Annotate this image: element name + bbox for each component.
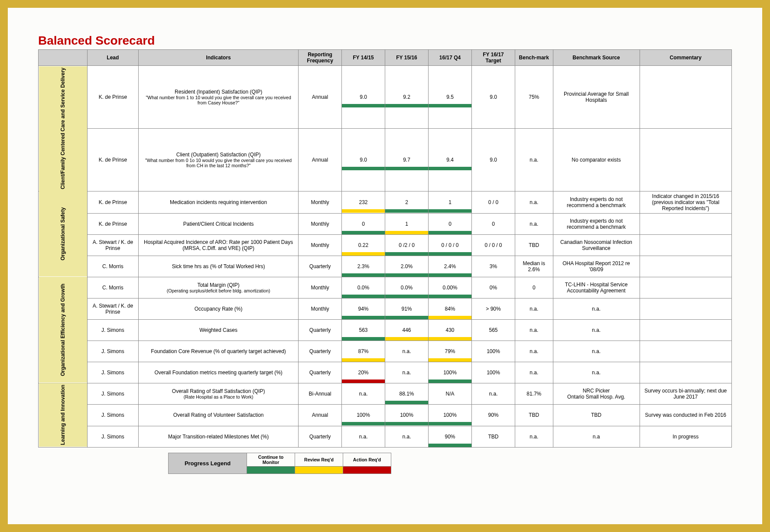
benchmark-cell: Median is 2.6%: [515, 256, 553, 277]
value-cell: N/A: [429, 383, 472, 404]
value-cell: 0.0%: [342, 277, 385, 298]
status-bar: [385, 422, 428, 425]
benchmark-cell: n.a.: [515, 128, 553, 191]
value-text: 100%: [357, 412, 370, 418]
value-cell: 94%: [342, 298, 385, 319]
lead-cell: J. Simons: [87, 405, 139, 426]
value-cell: 2.4%: [429, 256, 472, 277]
benchmark-source-cell: n.a.: [553, 298, 640, 319]
status-bar: [385, 231, 428, 234]
value-text: 87%: [358, 348, 368, 354]
value-cell: 9.0: [472, 66, 515, 129]
legend-title: Progress Legend: [169, 453, 247, 474]
status-bar: [385, 380, 428, 383]
benchmark-cell: n.a.: [515, 341, 553, 362]
commentary-cell: Indicator changed in 2015/16 (previous i…: [640, 191, 732, 213]
header-commentary: Commentary: [640, 50, 732, 66]
freq-cell: Monthly: [299, 277, 342, 298]
status-bar: [429, 422, 471, 425]
benchmark-cell: n.a.: [515, 191, 553, 213]
benchmark-cell: TBD: [515, 234, 553, 256]
status-bar: [342, 209, 385, 213]
status-bar: [472, 337, 515, 341]
status-bar: [472, 273, 515, 277]
category-label: Client/Family Centered Care and Service …: [39, 66, 88, 191]
status-bar: [472, 316, 515, 319]
freq-cell: Annual: [299, 66, 342, 129]
benchmark-source-cell: n.a.: [553, 341, 640, 362]
freq-cell: Quarterly: [299, 362, 342, 383]
legend-bar-yellow: [295, 467, 343, 474]
status-bar: [429, 295, 471, 298]
benchmark-source-cell: No comparator exists: [553, 128, 640, 191]
category-label: Organizational Safety: [39, 191, 88, 277]
status-bar: [472, 401, 515, 404]
value-text: 565: [489, 327, 497, 333]
indicator-cell: Hospital Acquired Incidence of ARO: Rate…: [139, 234, 299, 256]
value-text: 2.0%: [401, 263, 413, 269]
table-row: Client/Family Centered Care and Service …: [39, 66, 732, 129]
header-lead: Lead: [87, 50, 139, 66]
legend-item-2-label: Action Req'd: [343, 453, 391, 467]
freq-cell: Monthly: [299, 234, 342, 256]
header-benchmark-source: Benchmark Source: [553, 50, 640, 66]
commentary-cell: [640, 256, 732, 277]
benchmark-source-cell: n.a: [553, 426, 640, 447]
indicator-cell: Total Margin (QIP)(Operating surplus/def…: [139, 277, 299, 298]
value-cell: 0 / 0: [472, 191, 515, 213]
value-text: n.a.: [402, 348, 411, 354]
status-bar: [342, 444, 385, 447]
commentary-cell: Survey occurs bi-annually; next due June…: [640, 383, 732, 404]
value-cell: 100%: [429, 362, 472, 383]
status-bar: [429, 104, 471, 107]
value-text: 3%: [490, 263, 497, 269]
header-fy1617-target: FY 16/17 Target: [472, 50, 515, 66]
table-header: Lead Indicators Reporting Frequency FY 1…: [39, 50, 732, 66]
lead-cell: K. de Prinse: [87, 213, 139, 234]
freq-cell: Quarterly: [299, 319, 342, 341]
commentary-cell: [640, 341, 732, 362]
status-bar: [342, 104, 385, 107]
table-row: J. SimonsMajor Transition-related Milest…: [39, 426, 732, 447]
header-freq: Reporting Frequency: [299, 50, 342, 66]
status-bar: [429, 444, 471, 447]
header-indicators: Indicators: [139, 50, 299, 66]
status-bar: [429, 316, 471, 319]
value-cell: 9.0: [342, 66, 385, 129]
value-text: 100%: [400, 412, 413, 418]
status-bar: [429, 358, 471, 362]
lead-cell: J. Simons: [87, 362, 139, 383]
status-bar: [472, 167, 515, 170]
freq-cell: Annual: [299, 128, 342, 191]
value-cell: 9.7: [385, 128, 429, 191]
value-text: 0 / 0: [488, 199, 498, 205]
table-row: J. SimonsFoundation Core Revenue (% of q…: [39, 341, 732, 362]
status-bar: [472, 380, 515, 383]
value-cell: 0 / 0 / 0: [472, 234, 515, 256]
status-bar: [429, 337, 471, 341]
status-bar: [429, 273, 471, 277]
value-text: 0 / 0 / 0: [484, 242, 502, 248]
benchmark-cell: TBD: [515, 405, 553, 426]
benchmark-source-cell: Industry experts do not recommend a benc…: [553, 213, 640, 234]
indicator-subtext: "What number from 0 1o 10 would you give…: [141, 158, 296, 168]
freq-cell: Annual: [299, 405, 342, 426]
indicator-cell: Patient/Client Critical Incidents: [139, 213, 299, 234]
lead-cell: J. Simons: [87, 383, 139, 404]
value-cell: 0: [472, 213, 515, 234]
value-cell: 100%: [429, 405, 472, 426]
value-cell: n.a.: [472, 383, 515, 404]
status-bar: [385, 273, 428, 277]
value-cell: 0.00%: [429, 277, 472, 298]
indicator-subtext: (Rate Hospital as a Place to Work): [141, 394, 296, 399]
benchmark-cell: n.a.: [515, 298, 553, 319]
table-row: J. SimonsOverall Foundation metrics meet…: [39, 362, 732, 383]
value-cell: n.a.: [385, 341, 429, 362]
status-bar: [472, 104, 515, 107]
indicator-cell: Overall Foundation metrics meeting quart…: [139, 362, 299, 383]
table-row: Learning and InnovationJ. SimonsOverall …: [39, 383, 732, 404]
value-text: n.a.: [359, 434, 367, 440]
value-text: 0 / 0 / 0: [441, 242, 458, 248]
benchmark-source-cell: OHA Hospital Report 2012 re '08/09: [553, 256, 640, 277]
indicator-cell: Foundation Core Revenue (% of quarterly …: [139, 341, 299, 362]
